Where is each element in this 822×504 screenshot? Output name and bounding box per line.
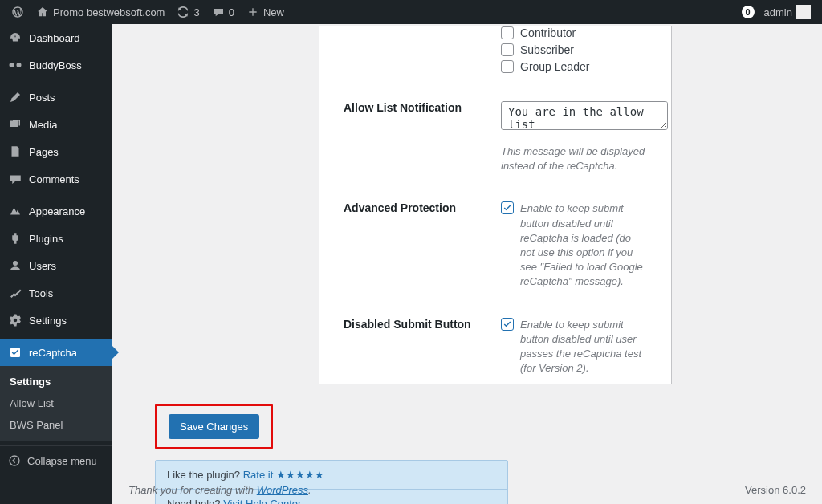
row-advanced-protection: Advanced Protection Enable to keep submi… (344, 201, 647, 289)
footer: Thank you for creating with WordPress. V… (112, 476, 822, 504)
disabled-submit-checkbox[interactable] (501, 318, 514, 331)
version-text: Version 6.0.2 (745, 484, 806, 496)
sidebar-item-label: Users (29, 260, 56, 272)
role-option-group-leader[interactable]: Group Leader (501, 60, 647, 73)
site-link[interactable]: Promo bestwebsoft.com (31, 0, 169, 24)
sidebar-item-recaptcha[interactable]: reCaptcha (0, 339, 112, 366)
sidebar-item-plugins[interactable]: Plugins (0, 225, 112, 252)
sidebar-item-label: Pages (29, 146, 59, 158)
comments-count: 0 (229, 6, 234, 18)
sidebar-item-buddyboss[interactable]: BuddyBoss (0, 51, 112, 79)
checkbox[interactable] (501, 60, 514, 73)
field-description: Enable to keep submit button disabled un… (520, 201, 647, 289)
notification-badge[interactable]: 0 (742, 6, 755, 18)
role-option-subscriber[interactable]: Subscriber (501, 43, 647, 56)
sidebar-item-label: Tools (29, 287, 53, 299)
sidebar-item-label: Appearance (29, 205, 85, 217)
checkbox[interactable] (501, 43, 514, 56)
sidebar-item-media[interactable]: Media (0, 111, 112, 138)
sidebar-item-posts[interactable]: Posts (0, 83, 112, 111)
sidebar-item-label: Media (29, 119, 57, 131)
sidebar-item-label: Comments (29, 173, 79, 185)
updates-link[interactable]: 3 (172, 0, 204, 24)
sidebar-item-dashboard[interactable]: Dashboard (0, 24, 112, 51)
sidebar-item-tools[interactable]: Tools (0, 279, 112, 307)
submenu-allow-list[interactable]: Allow List (0, 392, 112, 414)
sidebar-item-label: BuddyBoss (29, 59, 82, 71)
checkbox[interactable] (501, 26, 514, 39)
role-option-contributor[interactable]: Contributor (501, 26, 647, 39)
avatar (796, 5, 811, 19)
svg-point-4 (10, 456, 19, 465)
role-label: Group Leader (520, 60, 589, 73)
site-name: Promo bestwebsoft.com (53, 6, 165, 18)
sidebar-item-pages[interactable]: Pages (0, 138, 112, 165)
sidebar-item-label: reCaptcha (29, 347, 77, 359)
comments-link[interactable]: 0 (207, 0, 239, 24)
role-label: Contributor (520, 26, 576, 39)
submenu-settings[interactable]: Settings (0, 371, 112, 392)
footer-text: . (308, 484, 311, 496)
row-disabled-submit: Disabled Submit Button Enable to keep su… (344, 318, 647, 376)
row-allow-list-notification: Allow List Notification This message wil… (344, 101, 647, 173)
wp-logo-icon[interactable] (6, 0, 29, 24)
role-label: Subscriber (520, 43, 574, 56)
sidebar-item-comments[interactable]: Comments (0, 165, 112, 193)
sidebar-item-users[interactable]: Users (0, 252, 112, 279)
admin-bar: Promo bestwebsoft.com 3 0 New 0 admin (0, 0, 822, 24)
field-label: Allow List Notification (344, 101, 501, 114)
username: admin (764, 6, 792, 18)
sidebar-item-label: Dashboard (29, 32, 80, 44)
sidebar-item-settings[interactable]: Settings (0, 307, 112, 334)
sidebar-item-appearance[interactable]: Appearance (0, 197, 112, 225)
save-highlight: Save Changes (155, 404, 273, 449)
new-link[interactable]: New (242, 0, 289, 24)
sidebar-item-label: Posts (29, 91, 55, 104)
field-label: Disabled Submit Button (344, 318, 501, 331)
main-content: Contributor Subscriber Group Leader Allo… (112, 24, 822, 504)
field-description: This message will be displayed instead o… (501, 144, 668, 173)
field-label: Advanced Protection (344, 201, 501, 214)
sidebar-item-label: Settings (29, 315, 67, 327)
svg-point-1 (17, 63, 22, 67)
admin-sidebar: Dashboard BuddyBoss Posts Media Pages Co… (0, 24, 112, 504)
allow-list-textarea[interactable] (501, 101, 668, 130)
svg-point-0 (10, 63, 14, 67)
updates-count: 3 (193, 6, 199, 18)
sidebar-item-label: Plugins (29, 233, 63, 245)
wordpress-link[interactable]: WordPress (257, 484, 308, 496)
submenu-bws-panel[interactable]: BWS Panel (0, 414, 112, 436)
new-label: New (263, 6, 284, 18)
collapse-menu-label: Collapse menu (27, 455, 97, 467)
footer-text: Thank you for creating with (128, 484, 257, 496)
svg-point-2 (13, 261, 18, 266)
collapse-menu-button[interactable]: Collapse menu (0, 445, 112, 475)
user-menu[interactable]: admin (759, 0, 816, 24)
sidebar-submenu: Settings Allow List BWS Panel (0, 366, 112, 441)
save-changes-button[interactable]: Save Changes (169, 414, 259, 439)
field-description: Enable to keep submit button disabled un… (520, 318, 647, 376)
settings-panel: Contributor Subscriber Group Leader Allo… (319, 26, 672, 384)
advanced-protection-checkbox[interactable] (501, 201, 514, 214)
